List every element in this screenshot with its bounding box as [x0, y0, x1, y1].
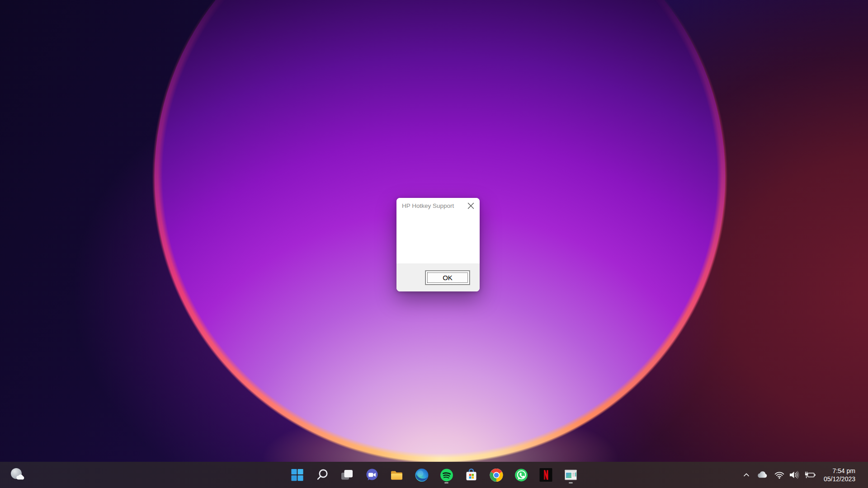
- search-button[interactable]: [312, 465, 332, 485]
- widgets-weather-moon-cloud-icon: [9, 467, 26, 483]
- chevron-up-icon: [743, 472, 750, 478]
- hp-hotkey-support-dialog: HP Hotkey Support OK: [396, 198, 480, 291]
- dialog-titlebar[interactable]: HP Hotkey Support: [396, 198, 480, 213]
- tray-time: 7:54 pm: [832, 467, 855, 475]
- close-x-icon: [467, 202, 474, 209]
- dialog-title: HP Hotkey Support: [402, 202, 464, 209]
- quick-settings-button[interactable]: [772, 466, 818, 484]
- spotify-icon: [439, 468, 454, 483]
- wifi-icon: [774, 471, 785, 479]
- whatsapp-button[interactable]: [511, 465, 531, 485]
- whatsapp-icon: [514, 468, 528, 483]
- onedrive-button[interactable]: [755, 466, 770, 484]
- spotify-button[interactable]: [437, 465, 457, 485]
- microsoft-store-button[interactable]: [462, 465, 481, 485]
- ok-button[interactable]: OK: [425, 271, 470, 285]
- task-view-icon: [340, 468, 354, 482]
- system-tray: 7:54 pm 05/12/2023: [740, 462, 868, 488]
- taskbar-app-icons: [288, 465, 581, 485]
- dialog-body: [396, 213, 480, 263]
- store-bag-icon: [464, 468, 479, 482]
- taskbar: 7:54 pm 05/12/2023: [0, 462, 868, 488]
- running-indicator: [569, 482, 573, 483]
- desktop: HP Hotkey Support OK: [0, 0, 868, 488]
- tray-overflow-button[interactable]: [740, 466, 753, 484]
- edge-browser-icon: [414, 468, 429, 483]
- folder-icon: [389, 468, 404, 482]
- clock-button[interactable]: 7:54 pm 05/12/2023: [820, 465, 856, 485]
- chrome-button[interactable]: [486, 465, 506, 485]
- hp-hotkey-window-button[interactable]: [561, 465, 581, 485]
- start-button[interactable]: [288, 465, 307, 485]
- edge-button[interactable]: [412, 465, 432, 485]
- battery-charging-icon: [804, 470, 816, 479]
- app-window-icon: [564, 469, 578, 481]
- chat-video-bubble-icon: [365, 468, 379, 482]
- chrome-browser-icon: [489, 468, 504, 483]
- chat-button[interactable]: [362, 465, 382, 485]
- running-indicator: [444, 482, 448, 483]
- task-view-button[interactable]: [337, 465, 357, 485]
- tray-date: 05/12/2023: [824, 475, 855, 483]
- dialog-footer: OK: [396, 263, 480, 291]
- dialog-close-button[interactable]: [464, 199, 477, 212]
- file-explorer-button[interactable]: [387, 465, 407, 485]
- windows-start-icon: [291, 468, 304, 482]
- netflix-button[interactable]: [536, 465, 556, 485]
- search-icon: [315, 468, 330, 482]
- netflix-icon: [539, 468, 553, 482]
- onedrive-cloud-icon: [756, 471, 768, 479]
- volume-icon: [789, 470, 800, 479]
- widgets-button[interactable]: [5, 465, 30, 485]
